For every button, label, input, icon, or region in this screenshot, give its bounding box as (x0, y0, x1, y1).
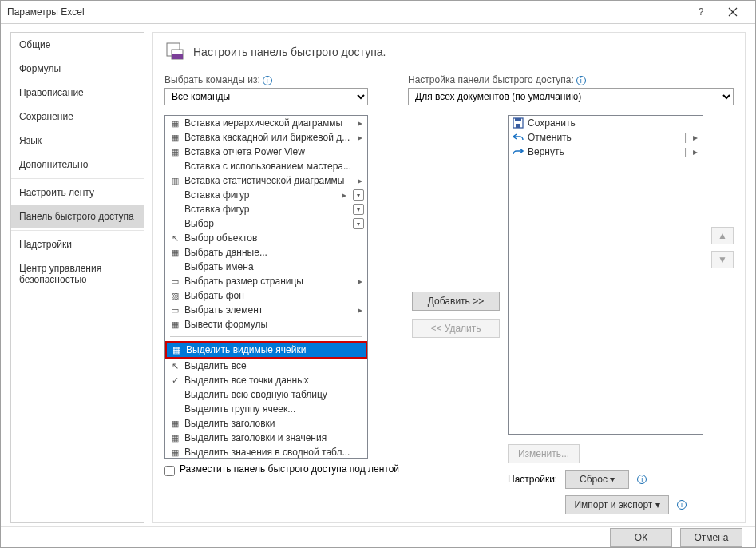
info-icon[interactable]: i (637, 475, 647, 484)
command-item[interactable]: ▦Вставка иерархической диаграммы▸ (165, 116, 367, 130)
chevron-right-icon: ▸ (691, 146, 699, 157)
svg-rect-4 (515, 118, 521, 121)
command-icon: ▭ (168, 275, 181, 288)
command-icon (168, 203, 181, 216)
command-icon: ▦ (168, 417, 181, 430)
import-export-button[interactable]: Импорт и экспорт ▾ (565, 495, 669, 514)
command-item[interactable]: ▦Выбрать данные... (165, 245, 367, 260)
move-down-button: ▼ (711, 251, 734, 268)
command-icon: ▭ (168, 304, 181, 316)
chevron-right-icon: ▸ (356, 175, 364, 186)
command-icon: ▦ (168, 117, 181, 129)
command-item[interactable]: Выбор▾ (165, 216, 367, 231)
ok-button[interactable]: ОК (610, 528, 672, 547)
redo-icon (512, 145, 524, 158)
sidebar-item[interactable]: Настроить ленту (11, 181, 144, 205)
command-item[interactable]: ▦Выделить значения в сводной табл... (165, 445, 367, 459)
command-item[interactable]: Вставка фигур▾ (165, 202, 367, 216)
command-item[interactable]: ▭Выбрать элемент▸ (165, 303, 367, 317)
command-icon: ▦ (170, 343, 183, 356)
chevron-right-icon: ▸ (356, 132, 364, 143)
command-item[interactable]: Выделить всю сводную таблицу (165, 387, 367, 402)
svg-rect-2 (172, 54, 183, 59)
command-icon (168, 403, 181, 415)
excel-options-dialog: Параметры Excel ? ОбщиеФормулыПравописан… (0, 0, 756, 548)
command-item[interactable]: ▦Выделить заголовки и значения (165, 431, 367, 445)
category-sidebar[interactable]: ОбщиеФормулыПравописаниеСохранениеЯзыкДо… (10, 32, 144, 523)
info-icon[interactable]: i (576, 76, 586, 85)
command-item[interactable]: ▥Вставка статистической диаграммы▸ (165, 173, 367, 188)
command-item[interactable]: ▭Выбрать размер страницы▸ (165, 274, 367, 288)
command-icon: ▥ (168, 174, 181, 187)
command-item[interactable]: ▦Вставка отчета Power View (165, 145, 367, 159)
command-item[interactable]: ▦Выделить видимые ячейки (165, 341, 367, 359)
info-icon[interactable]: i (677, 500, 687, 510)
choose-commands-label: Выбрать команды из:i (164, 74, 368, 85)
help-button[interactable]: ? (685, 1, 717, 23)
command-item[interactable]: ▦Вставка каскадной или биржевой д...▸ (165, 130, 367, 145)
command-icon (168, 260, 181, 273)
show-below-ribbon-label: Разместить панель быстрого доступа под л… (180, 463, 399, 475)
command-item[interactable]: Выделить группу ячеек... (165, 402, 367, 416)
close-icon (728, 7, 738, 17)
sidebar-item[interactable]: Правописание (11, 81, 144, 105)
sidebar-item[interactable]: Центр управления безопасностью (11, 256, 144, 292)
qat-item[interactable]: Вернуть|▸ (509, 145, 703, 159)
command-icon: ▦ (168, 145, 181, 158)
qat-listbox[interactable]: СохранитьОтменить|▸Вернуть|▸ (508, 115, 703, 435)
qat-item[interactable]: Отменить|▸ (509, 130, 703, 145)
command-icon: ▦ (168, 431, 181, 444)
move-up-button: ▲ (711, 227, 734, 244)
sidebar-item[interactable]: Язык (11, 129, 144, 153)
middle-buttons: Добавить >> << Удалить (412, 115, 500, 514)
choose-commands-select[interactable]: Все команды (164, 88, 368, 105)
command-item[interactable]: ↖Выделить все (165, 359, 367, 373)
dialog-title: Параметры Excel (7, 6, 685, 18)
commands-listbox[interactable]: ▦Вставка иерархической диаграммы▸▦Вставк… (164, 115, 368, 459)
chevron-right-icon: ▸ (340, 189, 348, 201)
command-item[interactable]: ↖Выбор объектов (165, 231, 367, 245)
customize-qat-label: Настройка панели быстрого доступа:i (408, 74, 734, 85)
command-icon: ✓ (168, 374, 181, 387)
command-item[interactable]: Вставка фигур▸▾ (165, 188, 367, 202)
add-button[interactable]: Добавить >> (412, 292, 500, 311)
dialog-footer: ОК Отмена (1, 526, 755, 547)
qat-item[interactable]: Сохранить (509, 116, 703, 130)
chevron-right-icon: ▸ (356, 276, 364, 287)
sidebar-item[interactable]: Дополнительно (11, 153, 144, 177)
main-header-title: Настроить панель быстрого доступа. (193, 46, 386, 58)
main-header: Настроить панель быстрого доступа. (164, 41, 734, 63)
sidebar-item[interactable]: Панель быстрого доступа (11, 205, 144, 228)
show-below-ribbon-input[interactable] (164, 466, 175, 476)
sidebar-item[interactable]: Формулы (11, 57, 144, 81)
command-item[interactable]: ▨Выбрать фон (165, 288, 367, 303)
sidebar-item[interactable]: Надстройки (11, 232, 144, 256)
sidebar-item[interactable]: Сохранение (11, 105, 144, 129)
qat-icon (164, 41, 187, 63)
dropdown-icon[interactable]: ▾ (353, 189, 364, 201)
remove-button: << Удалить (412, 319, 500, 338)
command-icon: ↖ (168, 359, 181, 372)
command-item[interactable]: ▦Выделить заголовки (165, 416, 367, 431)
customize-qat-select[interactable]: Для всех документов (по умолчанию) (408, 88, 734, 105)
info-icon[interactable]: i (263, 76, 272, 85)
show-below-ribbon-checkbox[interactable]: Разместить панель быстрого доступа под л… (164, 463, 404, 476)
dropdown-icon[interactable]: ▾ (353, 218, 364, 229)
dropdown-icon[interactable]: ▾ (353, 204, 364, 215)
close-button[interactable] (717, 1, 749, 23)
chevron-right-icon: ▸ (356, 304, 364, 316)
command-icon: ▦ (168, 246, 181, 259)
titlebar: Параметры Excel ? (1, 1, 755, 24)
lists-row: ▦Вставка иерархической диаграммы▸▦Вставк… (164, 115, 734, 514)
right-stack: СохранитьОтменить|▸Вернуть|▸ Изменить...… (508, 115, 703, 514)
reset-button[interactable]: Сброс ▾ (565, 470, 629, 489)
command-item[interactable]: ✓Выделить все точки данных (165, 373, 367, 387)
command-item[interactable]: Вставка с использованием мастера... (165, 159, 367, 173)
cancel-button[interactable]: Отмена (680, 528, 742, 547)
command-icon: ▦ (168, 318, 181, 331)
command-icon: ↖ (168, 232, 181, 244)
command-item[interactable]: Выбрать имена (165, 260, 367, 274)
command-item[interactable]: ▦Вывести формулы (165, 317, 367, 332)
command-icon (168, 160, 181, 173)
sidebar-item[interactable]: Общие (11, 33, 144, 57)
